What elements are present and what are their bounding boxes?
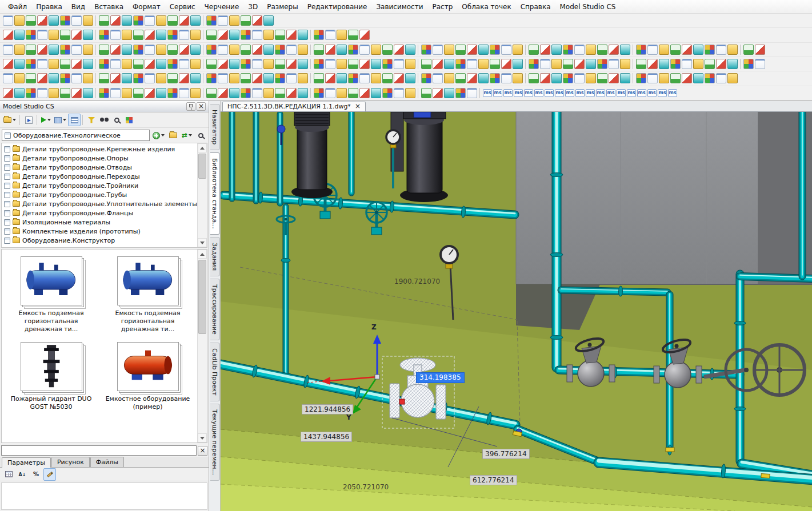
find-button[interactable]: [110, 114, 123, 126]
tool-icon[interactable]: [206, 15, 217, 26]
tool-icon[interactable]: [263, 59, 274, 69]
tool-icon[interactable]: [405, 88, 415, 98]
tool-icon[interactable]: [444, 45, 454, 55]
tool-icon[interactable]: [405, 73, 415, 83]
tool-icon[interactable]: [49, 15, 59, 26]
tool-icon[interactable]: [444, 73, 454, 83]
tool-icon[interactable]: [597, 45, 607, 55]
tool-icon[interactable]: [513, 73, 523, 83]
tool-icon[interactable]: [286, 45, 297, 55]
ms-tool-icon[interactable]: ms: [514, 89, 523, 97]
tool-icon[interactable]: [563, 73, 573, 83]
tool-icon[interactable]: [490, 73, 500, 83]
tree-item[interactable]: Детали трубопроводные.Опоры: [2, 154, 197, 163]
tool-icon[interactable]: [110, 30, 121, 40]
tool-icon[interactable]: [133, 30, 143, 40]
tool-icon[interactable]: [337, 59, 347, 69]
ms-tool-icon[interactable]: ms: [647, 89, 657, 97]
tool-icon[interactable]: [49, 45, 59, 55]
tool-icon[interactable]: [467, 88, 477, 98]
tool-icon[interactable]: [394, 59, 404, 69]
tool-icon[interactable]: [298, 73, 308, 83]
tool-icon[interactable]: [179, 59, 189, 69]
scroll-down-button[interactable]: [198, 433, 207, 442]
tool-icon[interactable]: [110, 15, 121, 26]
tool-icon[interactable]: [609, 73, 619, 83]
tool-icon[interactable]: [99, 30, 109, 40]
filter-input[interactable]: [1, 445, 197, 456]
tool-icon[interactable]: [574, 59, 585, 69]
tool-icon[interactable]: [156, 15, 166, 26]
tool-icon[interactable]: [501, 59, 511, 69]
ms-tool-icon[interactable]: ms: [617, 89, 626, 97]
tool-icon[interactable]: [241, 59, 251, 69]
tool-icon[interactable]: [122, 15, 132, 26]
tool-icon[interactable]: [647, 59, 658, 69]
thumbnail-scrollbar[interactable]: [197, 250, 207, 442]
menu-item[interactable]: Облака точек: [457, 1, 515, 13]
menu-item[interactable]: Model Studio CS: [555, 1, 621, 13]
tool-icon[interactable]: [325, 59, 335, 69]
tool-icon[interactable]: [670, 45, 681, 55]
tool-icon[interactable]: [49, 88, 59, 98]
tool-icon[interactable]: [405, 59, 415, 69]
pin-button[interactable]: [186, 102, 195, 111]
tool-icon[interactable]: [636, 59, 646, 69]
tool-icon[interactable]: [252, 30, 262, 40]
tool-icon[interactable]: [14, 88, 25, 98]
tree-item[interactable]: Детали трубопроводные.Тройники: [2, 181, 197, 190]
tool-icon[interactable]: [179, 30, 189, 40]
tool-icon[interactable]: [586, 45, 596, 55]
tool-icon[interactable]: [26, 73, 36, 83]
tool-icon[interactable]: [156, 73, 166, 83]
tool-icon[interactable]: [60, 59, 70, 69]
tool-icon[interactable]: [286, 88, 297, 98]
tool-icon[interactable]: [14, 73, 25, 83]
tool-icon[interactable]: [337, 45, 347, 55]
tool-icon[interactable]: [99, 15, 109, 26]
tool-icon[interactable]: [286, 30, 297, 40]
tool-icon[interactable]: [145, 45, 155, 55]
tool-icon[interactable]: [371, 45, 381, 55]
tool-icon[interactable]: [659, 73, 669, 83]
tool-icon[interactable]: [60, 30, 70, 40]
tool-icon[interactable]: [421, 88, 431, 98]
tool-icon[interactable]: [156, 88, 166, 98]
tool-icon[interactable]: [71, 88, 82, 98]
tool-icon[interactable]: [99, 88, 109, 98]
tool-icon[interactable]: [298, 59, 308, 69]
percent-button[interactable]: [30, 468, 42, 481]
ms-tool-icon[interactable]: ms: [575, 89, 585, 97]
tool-icon[interactable]: [179, 73, 189, 83]
tool-icon[interactable]: [229, 45, 239, 55]
tool-icon[interactable]: [551, 73, 562, 83]
tool-icon[interactable]: [382, 73, 393, 83]
tool-icon[interactable]: [298, 30, 308, 40]
palette-tab[interactable]: Рисунок: [51, 457, 90, 467]
tool-icon[interactable]: [122, 59, 132, 69]
ms-tool-icon[interactable]: ms: [545, 89, 554, 97]
tool-icon[interactable]: [371, 59, 381, 69]
library-thumbnail[interactable]: Емкость подземная горизонтальная дренажн…: [3, 256, 99, 333]
tool-icon[interactable]: [26, 88, 36, 98]
palette-tab[interactable]: Параметры: [2, 457, 51, 468]
tool-icon[interactable]: [659, 59, 669, 69]
tool-icon[interactable]: [190, 59, 201, 69]
tool-icon[interactable]: [14, 30, 25, 40]
tool-icon[interactable]: [433, 88, 443, 98]
tool-icon[interactable]: [682, 45, 692, 55]
tool-icon[interactable]: [3, 30, 13, 40]
menu-item[interactable]: 3D: [243, 1, 262, 13]
tool-icon[interactable]: [298, 88, 308, 98]
tool-icon[interactable]: [190, 73, 201, 83]
tool-icon[interactable]: [190, 15, 201, 26]
tree-item[interactable]: Комплектные изделия (прототипы): [2, 227, 197, 236]
tool-icon[interactable]: [455, 59, 466, 69]
tool-icon[interactable]: [60, 73, 70, 83]
tool-icon[interactable]: [133, 59, 143, 69]
side-tab[interactable]: CadLib Проект: [210, 343, 220, 401]
tool-icon[interactable]: [529, 59, 539, 69]
tool-icon[interactable]: [371, 88, 381, 98]
tool-icon[interactable]: [133, 88, 143, 98]
tool-icon[interactable]: [620, 45, 630, 55]
